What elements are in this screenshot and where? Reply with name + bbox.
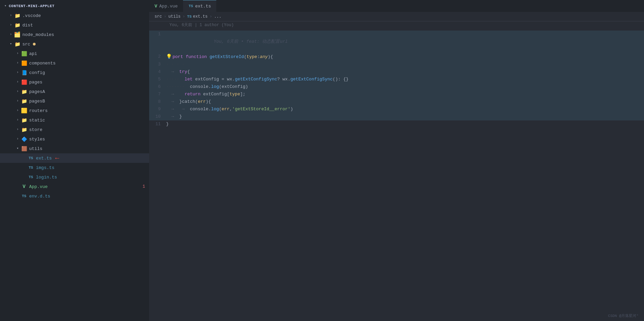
method: getExtConfigSync	[235, 77, 277, 82]
vue-tab-icon: V	[155, 4, 157, 9]
folder-styles-icon: 🔷	[21, 136, 27, 142]
sidebar-item-label: pages	[29, 80, 42, 85]
sidebar-item-routers[interactable]: › 🟨 routers	[0, 106, 149, 115]
ts-tab-icon: TS	[188, 4, 193, 8]
breadcrumb-utils[interactable]: utils	[168, 14, 181, 19]
chevron-right-icon: ›	[8, 13, 14, 18]
punctuation: .	[208, 107, 211, 112]
type-annotation: any	[260, 54, 268, 59]
tab-extts[interactable]: TS ext.ts	[183, 0, 216, 12]
line-number: 8	[149, 98, 166, 106]
code-line-2: 2 💡port function getExtStoreId(type:any)…	[149, 53, 644, 61]
chevron-right-icon: ›	[15, 108, 20, 113]
breadcrumb-file[interactable]: ext.ts	[193, 14, 207, 19]
method: log	[211, 84, 219, 89]
ts-icon: TS	[28, 174, 34, 180]
folder-pagesA-icon: 📁	[21, 89, 27, 95]
arrow-indent: → →	[166, 107, 190, 112]
badge: 1	[143, 184, 145, 189]
sidebar-item-label: store	[29, 127, 42, 132]
sidebar-item-pagesB[interactable]: › 📁 pagesB	[0, 96, 149, 106]
sidebar-item-label: pagesB	[29, 99, 45, 104]
chevron-right-icon: ›	[15, 51, 20, 56]
sidebar-item-config[interactable]: › 📘 config	[0, 68, 149, 77]
variable: extConfig	[203, 92, 227, 97]
folder-icon: 📁	[14, 22, 20, 28]
sidebar-item-styles[interactable]: › 🔷 styles	[0, 134, 149, 144]
indent-dots: ·······	[166, 84, 190, 89]
breadcrumb-more: ...	[214, 14, 222, 19]
folder-icon: 📁	[14, 13, 20, 19]
code-line-5: 5 ····· let extConfig = wx.getExtConfigS…	[149, 76, 644, 83]
sidebar-item-label: pagesA	[29, 89, 45, 94]
watermark: CSDN @月落星河°	[608, 313, 639, 318]
sidebar-item-components[interactable]: › 🟧 components	[0, 58, 149, 68]
arrow-indent2	[179, 92, 185, 97]
sidebar-item-label: node_modules	[22, 32, 54, 37]
editor-tabs: V App.vue TS ext.ts	[149, 0, 644, 12]
tab-appvue[interactable]: V App.vue	[149, 0, 183, 12]
line-number: 4	[149, 68, 166, 76]
chevron-down-icon: ▾	[15, 146, 20, 151]
sidebar-item-app-vue[interactable]: V App.vue 1	[0, 182, 149, 191]
punctuation: (	[219, 84, 222, 89]
keyword: function	[186, 54, 209, 59]
folder-config-icon: 📘	[21, 70, 27, 76]
main-container: ▾ CONTENT-MINI-APPLET › 📁 .vscode › 📁 di…	[0, 0, 644, 321]
variable: extConfig	[195, 77, 219, 82]
folder-static-icon: 📁	[21, 117, 27, 123]
punctuation: =	[219, 77, 227, 82]
line-content: → return extConfig[type];	[166, 91, 644, 98]
blame-info: You, 6天前 | 1 author (You)	[149, 21, 644, 29]
punctuation: ,	[229, 107, 232, 112]
folder-src-icon: 📁	[14, 41, 20, 47]
breadcrumb-src[interactable]: src	[155, 14, 162, 19]
sidebar-item-label: routers	[29, 108, 48, 113]
chevron-right-icon: ›	[15, 117, 20, 123]
code-container[interactable]: 1 You, 6天前 • feat: 动态配置url 2 💡port funct…	[149, 29, 644, 321]
sidebar-root[interactable]: ▾ CONTENT-MINI-APPLET	[0, 1, 149, 11]
chevron-down-icon: ▾	[3, 3, 8, 9]
string: 'getExtStoreId__error'	[232, 107, 290, 112]
sidebar-item-imgs-ts[interactable]: TS imgs.ts	[0, 163, 149, 172]
spacer	[15, 184, 20, 189]
sidebar-item-src[interactable]: ▾ 📁 src	[0, 39, 149, 49]
punctuation: )	[245, 84, 248, 89]
sidebar-item-node-modules[interactable]: › 🗂️ node_modules	[0, 30, 149, 39]
chevron-right-icon: ›	[15, 60, 20, 66]
sidebar-item-dist[interactable]: › 📁 dist	[0, 20, 149, 30]
line-content: ····· let extConfig = wx.getExtConfigSyn…	[166, 76, 644, 83]
method: getExtConfigSync	[290, 77, 333, 82]
vue-icon: V	[21, 184, 27, 190]
keyword: port	[173, 54, 186, 59]
sep1: ›	[164, 14, 166, 19]
blame-inline: You, 6天前 • feat: 动态配置url	[193, 39, 288, 44]
sidebar-item-utils[interactable]: ▾ 🟫 utils	[0, 144, 149, 153]
sidebar-item-static[interactable]: › 📁 static	[0, 115, 149, 125]
code-line-10: 10 → }	[149, 113, 644, 120]
sidebar-item-pages[interactable]: › 🟥 pages	[0, 77, 149, 87]
spacer	[22, 155, 27, 161]
sidebar-item-login-ts[interactable]: TS login.ts	[0, 172, 149, 182]
line-content: → try{	[166, 68, 644, 76]
sidebar-item-api[interactable]: › 🟩 api	[0, 49, 149, 58]
line-number: 3	[149, 61, 166, 68]
sidebar-item-ext-ts[interactable]: TS ext.ts ←	[0, 153, 149, 163]
lightbulb-icon: 💡	[166, 54, 172, 59]
sidebar-item-env-ts[interactable]: TS env.d.ts	[0, 191, 149, 201]
sidebar-item-pagesA[interactable]: › 📁 pagesA	[0, 87, 149, 96]
sidebar-item-vscode[interactable]: › 📁 .vscode	[0, 11, 149, 20]
punctuation: .	[208, 84, 211, 89]
sidebar-item-store[interactable]: › 📁 store	[0, 125, 149, 134]
arrow-indent: →	[166, 99, 179, 104]
modified-indicator	[33, 43, 36, 45]
code-line-3: 3 · · · ·	[149, 61, 644, 68]
sidebar-item-label: components	[29, 61, 56, 66]
chevron-right-icon: ›	[15, 127, 20, 132]
line-number: 2	[149, 53, 166, 60]
folder-icon: 🗂️	[14, 32, 20, 38]
sidebar-item-label: ext.ts	[36, 156, 52, 161]
spacer	[22, 174, 27, 180]
punctuation: )	[290, 107, 293, 112]
punctuation: .	[288, 77, 290, 82]
